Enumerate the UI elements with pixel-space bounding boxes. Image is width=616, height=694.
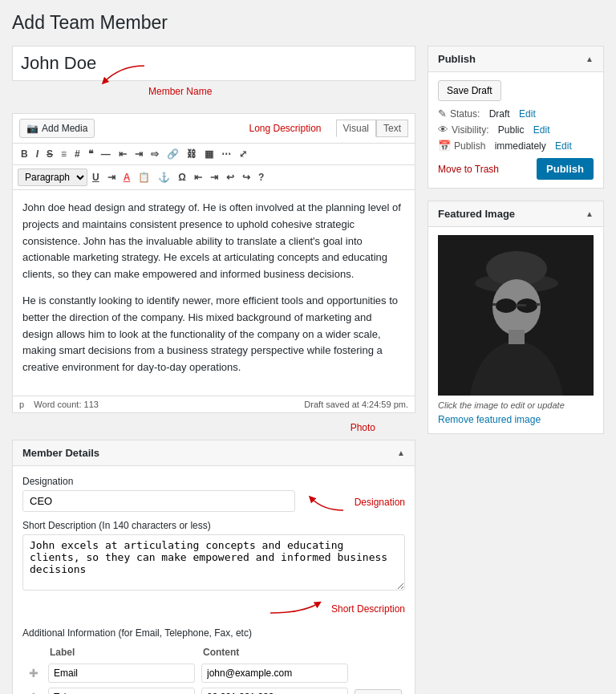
editor-box: 📷 Add Media Long Description Visual Text… [12, 113, 415, 413]
quote-button[interactable]: ❝ [85, 147, 96, 161]
visibility-label: Visibility: [452, 124, 488, 136]
label-input-tel[interactable] [48, 688, 195, 694]
align-center-button[interactable]: ⇥ [132, 147, 146, 161]
member-details-body: Designation Designation Short [13, 466, 415, 694]
publish-box-header[interactable]: Publish ▲ [428, 47, 603, 72]
remove-featured-link[interactable]: Remove featured image [438, 414, 541, 425]
indent-button[interactable]: ⇥ [104, 170, 119, 185]
link-button[interactable]: 🔗 [164, 147, 182, 161]
drag-handle-icon[interactable]: ✚ [26, 667, 42, 680]
status-edit-link[interactable]: Edit [519, 108, 536, 120]
editor-content[interactable]: John doe head design and strategy of. He… [13, 190, 415, 396]
drag-col-header [22, 643, 45, 661]
help-button[interactable]: ? [255, 170, 267, 185]
strike-button[interactable]: S [43, 147, 56, 161]
publish-button[interactable]: Publish [537, 158, 594, 180]
content-input-tel[interactable] [201, 688, 348, 694]
draft-saved-text: Draft saved at 4:24:59 pm. [304, 400, 408, 409]
additional-info-table: Label Content ✚ ✚ [22, 643, 405, 694]
member-details-header[interactable]: Member Details ▲ [13, 440, 415, 466]
bold-button[interactable]: B [18, 147, 31, 161]
title-section: Member Name [12, 46, 415, 108]
anchor-button[interactable]: ⚓ [155, 170, 173, 185]
eye-icon: 👁 [438, 124, 448, 136]
editor-toolbar-row-1: B I S ≡ # ❝ — ⇤ ⇥ ⇨ 🔗 ⛓ ▦ ⋯ ⤢ [13, 144, 415, 165]
content-col-header: Content [198, 643, 351, 661]
pencil-icon: ✎ [438, 108, 447, 120]
ul-button[interactable]: ≡ [58, 147, 70, 161]
publish-action-row: Move to Trash Publish [438, 158, 594, 180]
click-to-edit-text: Click the image to edit or update [438, 400, 594, 410]
photo-annotation: Photo [351, 422, 375, 433]
designation-input[interactable] [22, 490, 295, 512]
text-tab[interactable]: Text [376, 120, 408, 137]
visibility-edit-link[interactable]: Edit [533, 124, 550, 136]
indent2-button[interactable]: ⇥ [207, 170, 221, 185]
featured-image-title: Featured Image [438, 208, 515, 220]
drag-handle-icon[interactable]: ✚ [26, 691, 42, 694]
featured-image-box: Featured Image ▲ [428, 201, 604, 434]
side-column: Publish ▲ Save Draft ✎ Status: Draft Edi… [428, 46, 604, 446]
fullscreen-button[interactable]: ⤢ [236, 147, 250, 161]
outdent-button[interactable]: ⇤ [191, 170, 205, 185]
content-para-2: He is constantly looking to identify new… [22, 293, 405, 376]
status-value: Draft [489, 108, 510, 120]
special-char-button[interactable]: Ω [175, 170, 189, 185]
editor-toolbar-top: 📷 Add Media Long Description Visual Text [13, 114, 415, 144]
save-draft-button[interactable]: Save Draft [438, 80, 501, 101]
hr-button[interactable]: — [98, 147, 114, 161]
color-button[interactable]: A [120, 170, 134, 185]
long-description-annotation: Long Description [249, 123, 321, 134]
camera-icon: 📷 [26, 123, 38, 134]
designation-section: Designation Designation [22, 476, 405, 520]
undo-button[interactable]: ↩ [223, 170, 237, 185]
title-box [12, 46, 415, 81]
publish-box-title: Publish [438, 53, 476, 65]
align-right-button[interactable]: ⇨ [148, 147, 162, 161]
member-details-chevron: ▲ [397, 448, 405, 457]
main-column: Member Name 📷 Add Media Long Description [12, 46, 415, 694]
label-col-header: Label [45, 643, 198, 661]
featured-image-header[interactable]: Featured Image ▲ [428, 201, 603, 227]
underline-button[interactable]: U [89, 170, 103, 185]
short-desc-arrow [262, 597, 326, 621]
svg-rect-8 [536, 303, 540, 306]
word-count-value: 113 [84, 400, 99, 409]
add-media-label: Add Media [42, 123, 87, 134]
member-name-arrow [80, 62, 152, 90]
redo-button[interactable]: ↪ [239, 170, 253, 185]
publish-box: Publish ▲ Save Draft ✎ Status: Draft Edi… [428, 46, 604, 189]
publish-chevron-icon: ▲ [586, 55, 594, 63]
publish-time-edit-link[interactable]: Edit [555, 140, 572, 152]
align-left-button[interactable]: ⇤ [116, 147, 130, 161]
member-details-box: Member Details ▲ Designation [12, 440, 415, 694]
featured-image-preview[interactable] [438, 235, 594, 396]
content-input-email[interactable] [201, 664, 348, 683]
publish-box-body: Save Draft ✎ Status: Draft Edit 👁 Visibi… [428, 72, 603, 188]
short-desc-textarea[interactable]: John excels at articulating concepts and… [22, 534, 405, 591]
visual-text-tabs: Visual Text [336, 120, 408, 137]
member-name-annotation: Member Name [148, 86, 212, 97]
designation-arrow [303, 490, 351, 514]
featured-image-chevron: ▲ [586, 209, 594, 218]
content-para-1: John doe head design and strategy of. He… [22, 200, 405, 283]
label-input-email[interactable] [48, 664, 195, 683]
italic-button[interactable]: I [33, 147, 42, 161]
move-to-trash-link[interactable]: Move to Trash [438, 164, 499, 175]
paste-button[interactable]: 📋 [135, 170, 153, 185]
visual-tab[interactable]: Visual [336, 120, 376, 137]
format-tag: p [19, 400, 24, 409]
ol-button[interactable]: # [71, 147, 83, 161]
word-count-label: Word count: [34, 400, 81, 409]
more-button[interactable]: ⋯ [218, 147, 234, 161]
editor-footer: p Word count: 113 Draft saved at 4:24:59… [13, 396, 415, 412]
add-media-button[interactable]: 📷 Add Media [19, 119, 95, 138]
title-input[interactable] [21, 53, 407, 74]
unlink-button[interactable]: ⛓ [184, 147, 200, 161]
remove-tel-button[interactable]: Remove [355, 689, 402, 694]
format-select[interactable]: Paragraph [18, 168, 87, 186]
publish-time-label: Publish [454, 140, 485, 152]
visibility-value: Public [498, 124, 525, 136]
svg-point-4 [496, 298, 517, 313]
insert-button[interactable]: ▦ [201, 147, 217, 161]
